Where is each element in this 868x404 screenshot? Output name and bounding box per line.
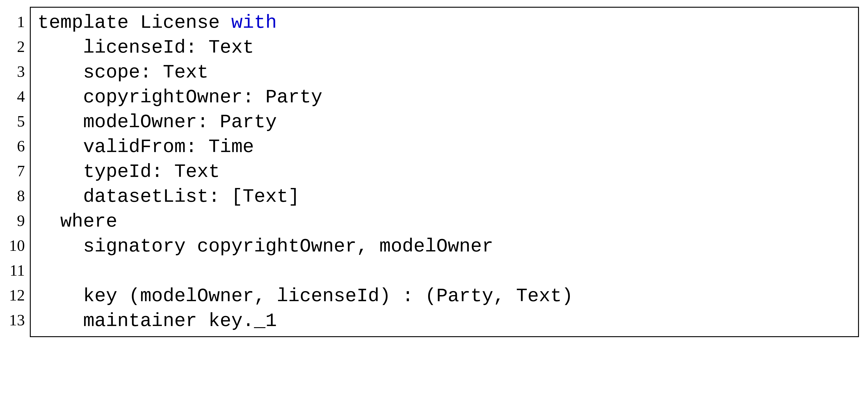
indent — [37, 87, 83, 108]
code-line: key (modelOwner, licenseId) : (Party, Te… — [37, 284, 851, 309]
code-text: licenseId: Text — [83, 37, 254, 58]
keyword: with — [231, 12, 277, 33]
code-line: validFrom: Time — [37, 135, 851, 159]
code-line: licenseId: Text — [37, 35, 851, 60]
code-line: where — [37, 209, 851, 234]
code-text: template License — [37, 12, 231, 33]
line-number: 9 — [4, 208, 30, 233]
code-text: key (modelOwner, licenseId) : (Party, Te… — [83, 285, 573, 307]
code-text: copyrightOwner: Party — [83, 87, 322, 108]
line-number: 13 — [4, 308, 30, 333]
code-text: scope: Text — [83, 62, 209, 83]
code-listing: 12345678910111213 template License with … — [0, 0, 868, 346]
code-text: maintainer key._1 — [83, 310, 277, 332]
indent — [37, 112, 83, 133]
indent — [37, 62, 83, 83]
code-box: template License with licenseId: Text sc… — [30, 7, 859, 337]
code-line: maintainer key._1 — [37, 309, 851, 334]
line-number: 3 — [4, 59, 30, 84]
line-number: 2 — [4, 34, 30, 59]
code-line: copyrightOwner: Party — [37, 85, 851, 110]
line-number-gutter: 12345678910111213 — [4, 7, 30, 337]
code-line: template License with — [37, 10, 851, 35]
code-line: datasetList: [Text] — [37, 184, 851, 209]
code-line: typeId: Text — [37, 159, 851, 184]
code-line: signatory copyrightOwner, modelOwner — [37, 234, 851, 259]
line-number: 7 — [4, 159, 30, 184]
code-text: validFrom: Time — [83, 136, 254, 158]
indent — [37, 186, 83, 208]
indent — [37, 136, 83, 158]
line-number: 8 — [4, 184, 30, 208]
code-text: datasetList: [Text] — [83, 186, 300, 208]
indent — [37, 236, 83, 257]
line-number: 11 — [4, 258, 30, 283]
line-number: 1 — [4, 9, 30, 34]
code-text: modelOwner: Party — [83, 112, 277, 133]
code-line: modelOwner: Party — [37, 110, 851, 135]
code-line — [37, 259, 851, 284]
line-number: 6 — [4, 134, 30, 159]
indent — [37, 161, 83, 183]
line-number: 5 — [4, 109, 30, 134]
indent — [37, 285, 83, 307]
line-number: 12 — [4, 283, 30, 308]
code-text: signatory copyrightOwner, modelOwner — [83, 236, 493, 257]
code-line: scope: Text — [37, 60, 851, 85]
code-text: typeId: Text — [83, 161, 220, 183]
indent — [37, 310, 83, 332]
line-number: 4 — [4, 84, 30, 109]
indent — [37, 37, 83, 58]
line-number: 10 — [4, 233, 30, 258]
code-text: where — [60, 211, 117, 232]
indent — [37, 211, 60, 232]
